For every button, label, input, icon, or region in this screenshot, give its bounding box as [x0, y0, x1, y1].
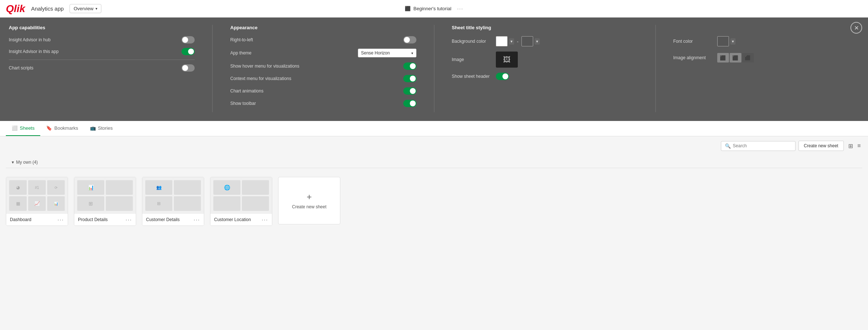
chevron-down-icon: ▾ [411, 51, 413, 55]
background-color-picker[interactable]: ▾ - ▾ [496, 36, 540, 46]
show-toolbar-label: Show toolbar [230, 101, 403, 106]
sheet-title-section: Sheet title styling Background color ▾ -… [452, 25, 638, 112]
color-box-white[interactable] [496, 36, 508, 46]
dashboard-cell-2: #1 [28, 180, 46, 195]
location-cell-1: 🌐 [213, 180, 240, 195]
show-hover-menu-row: Show hover menu for visualizations [230, 62, 416, 70]
font-color-drop[interactable]: ▾ [730, 38, 736, 45]
align-right-button[interactable]: ⬛ [742, 53, 754, 62]
chart-animations-row: Chart animations [230, 87, 416, 95]
image-row: Image 🖼 [452, 52, 638, 68]
list-view-button[interactable]: ≡ [856, 142, 862, 150]
chart-animations-label: Chart animations [230, 88, 403, 94]
tutorial-label[interactable]: Beginner's tutorial [414, 6, 452, 11]
my-own-section: ▾ My own (4) [0, 155, 868, 174]
create-sheet-plus-icon: + [307, 192, 312, 202]
insight-advisor-app-toggle[interactable] [182, 48, 195, 55]
customer-cell-4 [174, 196, 201, 211]
dashboard-cell-3: ⟳ [47, 180, 65, 195]
align-left-button[interactable]: ⬛ [717, 53, 729, 62]
dashboard-cell-4: ▦ [9, 196, 27, 211]
align-center-button[interactable]: ⬛ [730, 53, 741, 62]
search-icon: 🔍 [725, 143, 731, 149]
customer-details-more-icon[interactable]: ··· [194, 217, 200, 223]
product-details-title: Product Details [78, 217, 108, 222]
sheets-icon: ⬜ [12, 125, 18, 131]
chart-scripts-row: Chart scripts [9, 64, 195, 72]
customer-cell-3: ⊞ [145, 196, 172, 211]
tab-bookmarks[interactable]: 🔖 Bookmarks [40, 121, 84, 136]
insight-advisor-hub-toggle[interactable] [182, 36, 195, 43]
context-menu-toggle[interactable] [403, 75, 416, 82]
create-sheet-label: Create new sheet [292, 204, 326, 209]
customer-location-more-icon[interactable]: ··· [262, 217, 268, 223]
app-capabilities-title: App capabilities [9, 25, 195, 30]
show-header-toggle[interactable] [496, 73, 509, 80]
dashboard-cell-1: ◕ [9, 180, 27, 195]
divider-3 [655, 25, 656, 112]
product-details-preview: 📊 ⊞ [74, 177, 136, 214]
customer-cell-2 [174, 180, 201, 195]
chart-scripts-toggle[interactable] [182, 64, 195, 72]
app-title: Analytics app [31, 5, 64, 12]
dashboard-preview: ◕ #1 ⟳ ▦ 📈 📊 [6, 177, 68, 214]
align-left-icon: ⬛ [720, 55, 726, 61]
search-input[interactable] [733, 143, 792, 148]
product-details-footer: Product Details ··· [74, 214, 136, 225]
create-new-sheet-button[interactable]: Create new sheet [798, 141, 844, 151]
close-button[interactable]: ✕ [850, 22, 862, 34]
grid-view-button[interactable]: ⊞ [847, 142, 854, 150]
right-to-left-toggle[interactable] [403, 36, 416, 43]
sheet-card-dashboard[interactable]: ◕ #1 ⟳ ▦ 📈 📊 Dashboard ··· [6, 177, 68, 226]
customer-location-footer: Customer Location ··· [210, 214, 272, 225]
app-theme-row: App theme Sense Horizon ▾ [230, 49, 416, 57]
show-header-label: Show sheet header [452, 74, 496, 79]
image-picker[interactable]: 🖼 [496, 52, 518, 68]
font-color-box[interactable] [717, 36, 729, 46]
color-drop-2[interactable]: ▾ [535, 38, 540, 45]
create-new-sheet-card[interactable]: + Create new sheet [278, 177, 340, 224]
chart-scripts-label: Chart scripts [9, 65, 33, 71]
chart-animations-toggle[interactable] [403, 87, 416, 95]
image-alignment-label: Image alignment [673, 55, 717, 60]
header: Qlik Analytics app Overview ▾ ⬛ Beginner… [0, 0, 868, 18]
product-cell-1: 📊 [77, 180, 104, 195]
bookmarks-label: Bookmarks [54, 125, 78, 131]
location-cell-3 [213, 196, 240, 211]
customer-location-preview: 🌐 [210, 177, 272, 214]
dashboard-footer: Dashboard ··· [6, 214, 68, 225]
product-cell-2 [106, 180, 133, 195]
sheet-card-customer-details[interactable]: 👥 ⊞ Customer Details ··· [142, 177, 204, 226]
product-details-more-icon[interactable]: ··· [126, 217, 132, 223]
app-theme-value: Sense Horizon [361, 50, 390, 56]
tab-stories[interactable]: 📺 Stories [84, 121, 119, 136]
color-box-dark[interactable] [521, 36, 533, 46]
sheets-label: Sheets [20, 125, 34, 131]
customer-details-title: Customer Details [146, 217, 180, 222]
font-color-picker[interactable]: ▾ [717, 36, 736, 46]
collapse-icon[interactable]: ▾ [12, 160, 14, 165]
font-section: . Font color ▾ Image alignment ⬛ ⬛ ⬛ [673, 25, 859, 112]
dashboard-more-icon[interactable]: ··· [57, 217, 64, 223]
more-options-icon[interactable]: ··· [457, 6, 463, 11]
font-color-row: Font color ▾ [673, 36, 859, 46]
overview-dropdown[interactable]: Overview ▾ [70, 4, 101, 13]
my-own-label: My own (4) [16, 160, 38, 165]
insight-advisor-hub-label: Insight Advisor in hub [9, 37, 50, 42]
image-label: Image [452, 57, 496, 62]
tab-sheets[interactable]: ⬜ Sheets [6, 121, 40, 136]
align-center-icon: ⬛ [732, 55, 738, 61]
logo: Qlik Analytics app [6, 3, 64, 15]
sheet-card-customer-location[interactable]: 🌐 Customer Location ··· [210, 177, 272, 226]
right-to-left-row: Right-to-left [230, 36, 416, 43]
chevron-down-icon: ▾ [96, 7, 97, 11]
color-drop-1[interactable]: ▾ [509, 38, 514, 45]
show-hover-menu-label: Show hover menu for visualizations [230, 64, 403, 69]
insight-advisor-app-label: Insight Advisor in this app [9, 49, 59, 54]
sheet-card-product-details[interactable]: 📊 ⊞ Product Details ··· [74, 177, 136, 226]
my-own-header: ▾ My own (4) [6, 157, 862, 168]
show-toolbar-toggle[interactable] [403, 100, 416, 107]
image-alignment-row: Image alignment ⬛ ⬛ ⬛ [673, 53, 859, 62]
app-theme-dropdown[interactable]: Sense Horizon ▾ [358, 49, 416, 57]
show-hover-menu-toggle[interactable] [403, 62, 416, 70]
